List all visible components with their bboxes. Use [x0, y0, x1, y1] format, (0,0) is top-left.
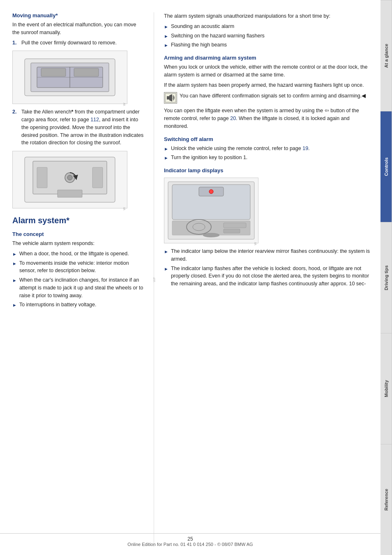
list-item-text: When a door, the hood, or the liftgate i…: [19, 250, 129, 258]
sunroof-diagram-bottom: W: [12, 151, 127, 208]
list-item: ► The indicator lamp below the interior …: [164, 247, 372, 263]
step-1-text: Pull the cover firmly downward to remove…: [21, 39, 117, 47]
sidebar-tab-reference[interactable]: Reference: [380, 444, 392, 555]
page-link-19[interactable]: 19: [302, 146, 308, 151]
list-item-text: Unlock the vehicle using the remote cont…: [171, 145, 310, 153]
right-column: The alarm system signals unauthorized ma…: [164, 12, 372, 547]
list-item: ► Unlock the vehicle using the remote co…: [164, 145, 372, 153]
note-svg-icon: [165, 93, 176, 103]
list-item: ► The indicator lamp flashes after the v…: [164, 265, 372, 288]
page-number: 25: [187, 536, 193, 542]
indicator-heading: Indicator lamp displays: [164, 167, 372, 173]
alarm-system-section: Alarm system* The concept The vehicle al…: [12, 216, 144, 309]
watermark-indicator: W: [254, 242, 257, 245]
alarm-intro-para: The alarm system signals unauthorized ma…: [164, 12, 372, 20]
page-link-112[interactable]: 112: [90, 117, 99, 123]
bullet-icon: ►: [164, 146, 168, 153]
column-divider: WF: [154, 12, 154, 547]
list-item: ► When the car's inclination changes, fo…: [12, 276, 144, 299]
svg-rect-11: [37, 167, 47, 188]
page-footer: 25 Online Edition for Part no. 01 41 0 0…: [0, 533, 380, 547]
arming-heading: Arming and disarming alarm system: [164, 55, 372, 61]
svg-rect-5: [41, 68, 66, 76]
bullet-icon: ►: [164, 42, 168, 49]
list-item: ► Flashing the high beams: [164, 41, 372, 49]
watermark-bottom: W: [122, 207, 126, 210]
arming-para1: When you lock or unlock the vehicle, eit…: [164, 63, 372, 79]
list-item: ► Switching on the hazard warning flashe…: [164, 32, 372, 40]
step-2-num: 2.: [12, 108, 20, 147]
list-item-text: Flashing the high beams: [171, 41, 227, 49]
list-item: ► When a door, the hood, or the liftgate…: [12, 250, 144, 258]
bullet-icon: ►: [164, 248, 168, 255]
page-link-20[interactable]: 20: [230, 116, 236, 121]
alarm-bullet-list: ► Sounding an acoustic alarm ► Switching…: [164, 23, 372, 49]
svg-rect-25: [224, 229, 240, 233]
switching-off-heading: Switching off alarm: [164, 136, 372, 142]
sidebar-tabs: At a glance Controls Driving tips Mobili…: [380, 0, 392, 555]
note-text: You can have different confirmation sign…: [180, 92, 366, 100]
list-item: ► Turn the ignition key to position 1.: [164, 154, 372, 162]
arming-para3: You can open the liftgate even when the …: [164, 107, 372, 130]
switching-off-bullet-list: ► Unlock the vehicle using the remote co…: [164, 145, 372, 162]
left-column: Moving manually* In the event of an elec…: [12, 12, 144, 547]
sidebar-tab-mobility[interactable]: Mobility: [380, 333, 392, 444]
list-item-text: Turn the ignition key to position 1.: [171, 154, 247, 162]
moving-manually-heading: Moving manually*: [12, 12, 144, 18]
indicator-lamp-diagram: W: [164, 178, 258, 243]
svg-rect-12: [92, 167, 103, 188]
svg-rect-15: [167, 96, 169, 99]
list-item-text: To movements inside the vehicle: interio…: [19, 259, 144, 275]
alarm-system-heading: Alarm system*: [12, 216, 144, 225]
sidebar-tab-label: At a glance: [384, 44, 389, 68]
bullet-icon: ►: [12, 277, 17, 284]
bullet-icon: ►: [12, 260, 17, 267]
sidebar-tab-label: Mobility: [384, 380, 389, 398]
list-item: ► To interruptions in battery voltage.: [12, 301, 144, 309]
list-item: ► To movements inside the vehicle: inter…: [12, 259, 144, 275]
note-box: You can have different confirmation sign…: [164, 92, 372, 104]
concept-bullet-list: ► When a door, the hood, or the liftgate…: [12, 250, 144, 309]
sidebar-tab-controls[interactable]: Controls: [380, 111, 392, 222]
sidebar-tab-at-a-glance[interactable]: At a glance: [380, 0, 392, 111]
step-1: 1. Pull the cover firmly downward to rem…: [12, 39, 144, 47]
list-item-text: The indicator lamp below the interior re…: [171, 247, 372, 263]
list-item-text: Sounding an acoustic alarm: [171, 23, 234, 30]
moving-manually-section: Moving manually* In the event of an elec…: [12, 12, 144, 208]
concept-para: The vehicle alarm system responds:: [12, 240, 144, 247]
list-item: ► Sounding an acoustic alarm: [164, 23, 372, 30]
svg-point-20: [209, 190, 213, 194]
svg-marker-16: [169, 94, 172, 102]
bullet-icon: ►: [164, 266, 168, 273]
sidebar-tab-label: Reference: [384, 489, 389, 511]
moving-manually-para1: In the event of an electrical malfunctio…: [12, 21, 144, 37]
svg-point-10: [67, 175, 72, 180]
list-item-text: When the car's inclination changes, for …: [19, 276, 144, 299]
concept-heading: The concept: [12, 231, 144, 237]
indicator-svg: [166, 180, 256, 241]
sunroof-svg-bottom: [16, 153, 123, 206]
bullet-icon: ►: [12, 251, 17, 258]
step-2-text: Take the Allen wrench* from the compartm…: [21, 108, 144, 147]
step-1-num: 1.: [12, 39, 20, 47]
sidebar-tab-driving-tips[interactable]: Driving tips: [380, 222, 392, 333]
list-item-text: The indicator lamp flashes after the veh…: [171, 265, 372, 288]
footer-text: Online Edition for Part no. 01 41 0 014 …: [127, 542, 253, 547]
svg-rect-24: [224, 223, 246, 228]
sidebar-tab-label: Controls: [384, 157, 389, 176]
sunroof-diagram-top: W: [12, 51, 127, 104]
watermark-top: W: [122, 103, 126, 106]
bullet-icon: ►: [12, 302, 17, 309]
arming-para2: If the alarm system has been properly ar…: [164, 81, 372, 89]
note-icon: [164, 92, 177, 104]
svg-point-26: [203, 233, 219, 237]
list-item-text: To interruptions in battery voltage.: [19, 301, 97, 309]
sunroof-svg-top: [16, 53, 123, 102]
indicator-bullet-list: ► The indicator lamp below the interior …: [164, 247, 372, 288]
svg-rect-6: [74, 68, 99, 76]
bullet-icon: ►: [164, 155, 168, 162]
bullet-icon: ►: [164, 33, 168, 40]
side-watermark: WF: [152, 277, 156, 282]
step-2: 2. Take the Allen wrench* from the compa…: [12, 108, 144, 147]
sidebar-tab-label: Driving tips: [384, 265, 389, 290]
